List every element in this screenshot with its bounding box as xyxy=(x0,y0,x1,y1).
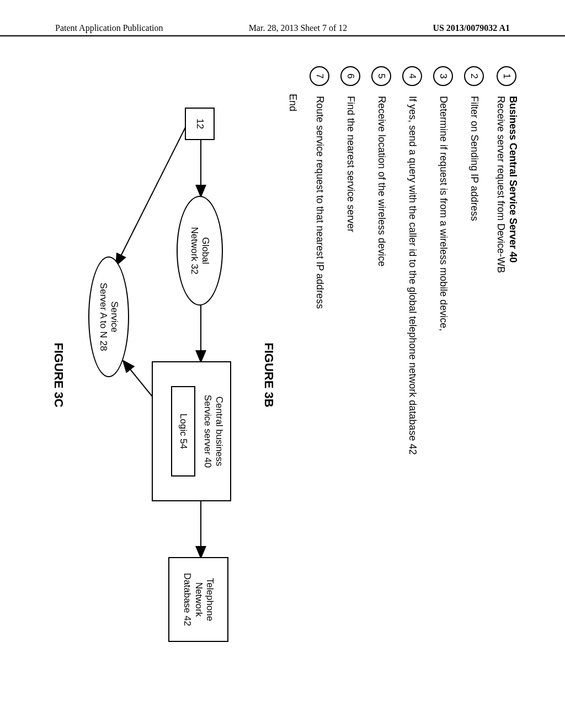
figure-3b-label: FIGURE 3B xyxy=(262,66,276,684)
header-left: Patent Application Publication xyxy=(55,23,163,33)
global-network-node: Global Network 32 xyxy=(177,196,223,306)
step-3-circle: 3 xyxy=(433,66,453,86)
header-center: Mar. 28, 2013 Sheet 7 of 12 xyxy=(249,23,348,33)
step-3-row: 3 Determine if request is from a wireles… xyxy=(433,66,453,684)
step-3-text: Determine if request is from a wireless … xyxy=(437,96,449,331)
step-5-circle: 5 xyxy=(371,66,391,86)
page-header: Patent Application Publication Mar. 28, … xyxy=(0,23,565,36)
step-1-text: Business Central Service Server 40 Recei… xyxy=(495,96,519,273)
step-2-circle: 2 xyxy=(464,66,484,86)
step-6-circle: 6 xyxy=(340,66,360,86)
step-2-text: Filter on Sending IP address xyxy=(468,96,480,221)
step-1-circle: 1 xyxy=(497,66,516,86)
step-7-row: 7 Route service request to that nearest … xyxy=(310,66,329,684)
landscape-content: 1 Business Central Service Server 40 Rec… xyxy=(50,66,524,684)
service-server-node: Service Server A to N 28 xyxy=(88,256,129,377)
figure-container: 1 Business Central Service Server 40 Rec… xyxy=(50,66,524,684)
central-server-label: Central business Service server 40 xyxy=(202,395,225,468)
step-5-text: Receive location of the wireless device xyxy=(375,96,387,266)
end-label: End xyxy=(287,94,299,684)
step-4-row: 4 If yes, send a query with the caller i… xyxy=(402,66,422,684)
figure-3b-title: Business Central Service Server 40 xyxy=(507,96,519,273)
figure-3b-steps: 1 Business Central Service Server 40 Rec… xyxy=(262,66,519,684)
device-box: 12 xyxy=(185,108,215,140)
central-server-box: Central business Service server 40 Logic… xyxy=(152,361,231,501)
step-6-row: 6 Find the nearest service server xyxy=(340,66,360,684)
header-right: US 2013/0079032 A1 xyxy=(433,23,510,33)
figure-3c-diagram: 12 Global Network 32 Central business Se… xyxy=(71,99,248,651)
step-5-row: 5 Receive location of the wireless devic… xyxy=(371,66,391,684)
step-1-row: 1 Business Central Service Server 40 Rec… xyxy=(495,66,519,684)
step-6-text: Find the nearest service server xyxy=(344,96,356,232)
figure-3c-label: FIGURE 3C xyxy=(51,66,66,684)
logic-box: Logic 54 xyxy=(171,386,195,477)
step-4-text: If yes, send a query with the caller id … xyxy=(406,96,418,454)
step-2-row: 2 Filter on Sending IP address xyxy=(464,66,484,684)
header-inner: Patent Application Publication Mar. 28, … xyxy=(0,23,565,33)
step-7-text: Route service request to that nearest IP… xyxy=(313,96,326,309)
telephone-db-box: Telephone Network Database 42 xyxy=(168,557,228,642)
step-1-desc: Receive server request from Device-WB xyxy=(495,96,507,273)
step-7-circle: 7 xyxy=(310,66,329,86)
step-4-circle: 4 xyxy=(402,66,422,86)
